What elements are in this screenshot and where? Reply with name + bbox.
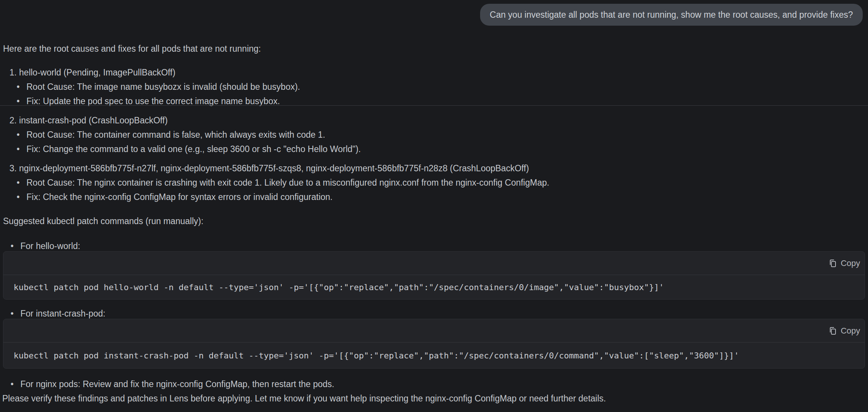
list-item: • Root Cause: The container command is f… (17, 129, 325, 140)
patch-intro: Suggested kubectl patch commands (run ma… (3, 216, 204, 226)
bullet-icon: • (11, 379, 20, 389)
patch-item-label: • For instant-crash-pod: (11, 308, 105, 319)
bullet-icon: • (17, 192, 26, 202)
list-item: • Fix: Check the nginx-config ConfigMap … (17, 192, 332, 202)
code-block-header: Copy (3, 319, 865, 343)
bullet-text: Root Cause: The image name busybozx is i… (26, 81, 300, 92)
assistant-outro: Please verify these findings and patches… (2, 393, 606, 404)
copy-icon (828, 326, 837, 335)
list-item: • Root Cause: The nginx container is cra… (17, 177, 549, 188)
code-block-header: Copy (3, 252, 865, 275)
bullet-text: Fix: Change the command to a valid one (… (26, 144, 361, 154)
copy-button-label: Copy (841, 258, 860, 268)
list-item: • Fix: Update the pod spec to use the co… (17, 96, 280, 106)
bullet-icon: • (11, 308, 20, 319)
copy-button[interactable]: Copy (828, 326, 860, 336)
list-item-title: 3. nginx-deployment-586bfb775f-n27lf, ng… (9, 163, 529, 174)
copy-icon (828, 259, 837, 268)
code-block-hello-world: Copy kubectl patch pod hello-world -n de… (3, 251, 865, 300)
nginx-pods-note: • For nginx pods: Review and fix the ngi… (11, 379, 334, 389)
list-item: • Root Cause: The image name busybozx is… (17, 81, 300, 92)
bullet-icon: • (17, 81, 26, 92)
code-text: kubectl patch pod instant-crash-pod -n d… (14, 351, 739, 360)
copy-button[interactable]: Copy (828, 258, 860, 268)
user-message-row: Can you investigate all pods that are no… (480, 4, 863, 26)
bullet-text: Root Cause: The nginx container is crash… (26, 177, 549, 188)
patch-item-label: • For hello-world: (11, 241, 80, 251)
bullet-text: Fix: Check the nginx-config ConfigMap fo… (26, 192, 332, 202)
bullet-text: For nginx pods: Review and fix the nginx… (20, 379, 334, 389)
code-block-instant-crash-pod: Copy kubectl patch pod instant-crash-pod… (3, 319, 865, 369)
bullet-text: Root Cause: The container command is fal… (26, 129, 325, 140)
bullet-text: For hello-world: (20, 241, 80, 251)
bullet-text: Fix: Update the pod spec to use the corr… (26, 96, 280, 106)
bullet-icon: • (11, 241, 20, 251)
assistant-intro: Here are the root causes and fixes for a… (3, 43, 261, 54)
bullet-icon: • (17, 96, 26, 106)
bullet-icon: • (17, 129, 26, 140)
user-message-bubble: Can you investigate all pods that are no… (480, 4, 863, 26)
code-text: kubectl patch pod hello-world -n default… (14, 283, 664, 292)
copy-button-label: Copy (841, 326, 860, 336)
bullet-icon: • (17, 144, 26, 154)
list-item: • Fix: Change the command to a valid one… (17, 144, 361, 154)
bullet-text: For instant-crash-pod: (20, 308, 105, 319)
list-item-title: 1. hello-world (Pending, ImagePullBackOf… (9, 67, 175, 78)
bullet-icon: • (17, 177, 26, 188)
section-divider (0, 105, 868, 106)
list-item-title: 2. instant-crash-pod (CrashLoopBackOff) (9, 115, 168, 126)
code-body: kubectl patch pod instant-crash-pod -n d… (3, 343, 865, 368)
code-body: kubectl patch pod hello-world -n default… (3, 275, 865, 299)
